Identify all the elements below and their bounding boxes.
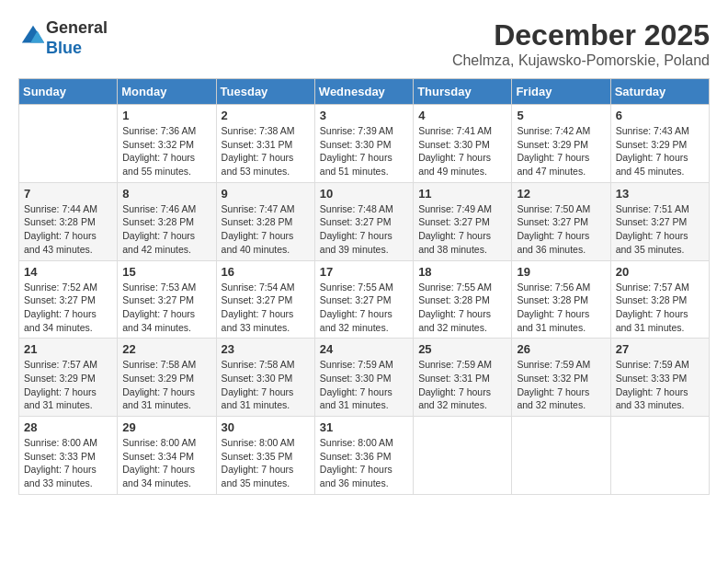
- calendar-table: SundayMondayTuesdayWednesdayThursdayFrid…: [18, 78, 710, 495]
- calendar-week-row: 7Sunrise: 7:44 AMSunset: 3:28 PMDaylight…: [19, 182, 710, 260]
- day-info: Sunrise: 7:47 AMSunset: 3:28 PMDaylight:…: [222, 203, 295, 255]
- day-number: 1: [122, 109, 210, 122]
- day-info: Sunrise: 7:44 AMSunset: 3:28 PMDaylight:…: [24, 203, 97, 255]
- day-number: 12: [517, 187, 605, 201]
- day-info: Sunrise: 7:59 AMSunset: 3:31 PMDaylight:…: [418, 359, 492, 410]
- calendar-cell: 4Sunrise: 7:41 AMSunset: 3:30 PMDaylight…: [414, 105, 512, 183]
- calendar-week-row: 14Sunrise: 7:52 AMSunset: 3:27 PMDayligh…: [19, 260, 710, 339]
- calendar-cell: 11Sunrise: 7:49 AMSunset: 3:27 PMDayligh…: [414, 182, 512, 260]
- calendar-cell: 12Sunrise: 7:50 AMSunset: 3:27 PMDayligh…: [512, 182, 610, 260]
- logo-icon: [20, 24, 46, 50]
- day-number: 27: [616, 342, 704, 356]
- calendar-cell: [414, 417, 512, 495]
- day-info: Sunrise: 7:56 AMSunset: 3:28 PMDaylight:…: [517, 282, 590, 333]
- day-info: Sunrise: 7:48 AMSunset: 3:27 PMDaylight:…: [320, 203, 393, 255]
- weekday-header-cell: Thursday: [414, 79, 512, 105]
- day-number: 7: [24, 187, 112, 201]
- calendar-week-row: 1Sunrise: 7:36 AMSunset: 3:32 PMDaylight…: [19, 105, 710, 183]
- day-number: 10: [320, 187, 408, 201]
- day-number: 5: [517, 109, 605, 122]
- calendar-cell: 20Sunrise: 7:57 AMSunset: 3:28 PMDayligh…: [610, 260, 709, 339]
- calendar-cell: 14Sunrise: 7:52 AMSunset: 3:27 PMDayligh…: [19, 260, 118, 339]
- title-block: December 2025 Chelmza, Kujawsko-Pomorski…: [452, 18, 710, 69]
- day-number: 9: [222, 187, 310, 201]
- logo-general: General: [46, 18, 108, 37]
- day-number: 20: [616, 265, 704, 279]
- day-info: Sunrise: 7:42 AMSunset: 3:29 PMDaylight:…: [517, 125, 590, 177]
- day-info: Sunrise: 7:57 AMSunset: 3:28 PMDaylight:…: [616, 282, 689, 333]
- day-info: Sunrise: 7:36 AMSunset: 3:32 PMDaylight:…: [122, 125, 196, 177]
- day-info: Sunrise: 7:52 AMSunset: 3:27 PMDaylight:…: [24, 282, 97, 333]
- weekday-header-cell: Friday: [512, 79, 610, 105]
- calendar-cell: 31Sunrise: 8:00 AMSunset: 3:36 PMDayligh…: [314, 417, 413, 495]
- day-info: Sunrise: 7:43 AMSunset: 3:29 PMDaylight:…: [616, 125, 689, 177]
- day-number: 24: [320, 342, 408, 356]
- calendar-cell: 2Sunrise: 7:38 AMSunset: 3:31 PMDaylight…: [216, 105, 314, 183]
- weekday-header-cell: Sunday: [19, 79, 118, 105]
- logo: General Blue: [18, 18, 108, 58]
- calendar-cell: 27Sunrise: 7:59 AMSunset: 3:33 PMDayligh…: [610, 339, 709, 417]
- day-number: 2: [222, 109, 310, 122]
- day-number: 4: [418, 109, 506, 122]
- calendar-week-row: 21Sunrise: 7:57 AMSunset: 3:29 PMDayligh…: [19, 339, 710, 417]
- day-info: Sunrise: 7:58 AMSunset: 3:29 PMDaylight:…: [122, 359, 196, 410]
- day-number: 16: [222, 265, 310, 279]
- day-number: 18: [418, 265, 506, 279]
- calendar-cell: 22Sunrise: 7:58 AMSunset: 3:29 PMDayligh…: [118, 339, 216, 417]
- calendar-cell: 30Sunrise: 8:00 AMSunset: 3:35 PMDayligh…: [216, 417, 314, 495]
- calendar-cell: 19Sunrise: 7:56 AMSunset: 3:28 PMDayligh…: [512, 260, 610, 339]
- calendar-week-row: 28Sunrise: 8:00 AMSunset: 3:33 PMDayligh…: [19, 417, 710, 495]
- day-info: Sunrise: 7:54 AMSunset: 3:27 PMDaylight:…: [222, 282, 295, 333]
- day-number: 15: [122, 265, 210, 279]
- day-info: Sunrise: 7:55 AMSunset: 3:28 PMDaylight:…: [418, 282, 492, 333]
- weekday-header-cell: Monday: [118, 79, 216, 105]
- day-info: Sunrise: 7:41 AMSunset: 3:30 PMDaylight:…: [418, 125, 492, 177]
- page-header: General Blue December 2025 Chelmza, Kuja…: [18, 18, 710, 69]
- calendar-cell: [610, 417, 709, 495]
- day-info: Sunrise: 7:49 AMSunset: 3:27 PMDaylight:…: [418, 203, 492, 255]
- day-number: 13: [616, 187, 704, 201]
- month-title: December 2025: [452, 18, 710, 52]
- calendar-cell: 25Sunrise: 7:59 AMSunset: 3:31 PMDayligh…: [414, 339, 512, 417]
- calendar-cell: 21Sunrise: 7:57 AMSunset: 3:29 PMDayligh…: [19, 339, 118, 417]
- calendar-body: 1Sunrise: 7:36 AMSunset: 3:32 PMDaylight…: [19, 105, 710, 495]
- day-info: Sunrise: 7:53 AMSunset: 3:27 PMDaylight:…: [122, 282, 196, 333]
- day-number: 21: [24, 342, 112, 356]
- day-number: 26: [517, 342, 605, 356]
- calendar-cell: 13Sunrise: 7:51 AMSunset: 3:27 PMDayligh…: [610, 182, 709, 260]
- calendar-cell: 8Sunrise: 7:46 AMSunset: 3:28 PMDaylight…: [118, 182, 216, 260]
- location-title: Chelmza, Kujawsko-Pomorskie, Poland: [452, 52, 710, 69]
- calendar-cell: 10Sunrise: 7:48 AMSunset: 3:27 PMDayligh…: [314, 182, 413, 260]
- calendar-cell: 26Sunrise: 7:59 AMSunset: 3:32 PMDayligh…: [512, 339, 610, 417]
- calendar-cell: 16Sunrise: 7:54 AMSunset: 3:27 PMDayligh…: [216, 260, 314, 339]
- day-info: Sunrise: 8:00 AMSunset: 3:34 PMDaylight:…: [122, 437, 196, 488]
- day-number: 14: [24, 265, 112, 279]
- day-number: 29: [122, 420, 210, 434]
- day-info: Sunrise: 7:55 AMSunset: 3:27 PMDaylight:…: [320, 282, 393, 333]
- day-number: 17: [320, 265, 408, 279]
- day-number: 25: [418, 342, 506, 356]
- day-info: Sunrise: 7:51 AMSunset: 3:27 PMDaylight:…: [616, 203, 689, 255]
- day-info: Sunrise: 7:59 AMSunset: 3:32 PMDaylight:…: [517, 359, 590, 410]
- calendar-cell: 7Sunrise: 7:44 AMSunset: 3:28 PMDaylight…: [19, 182, 118, 260]
- calendar-cell: 28Sunrise: 8:00 AMSunset: 3:33 PMDayligh…: [19, 417, 118, 495]
- day-info: Sunrise: 8:00 AMSunset: 3:36 PMDaylight:…: [320, 437, 393, 488]
- day-number: 19: [517, 265, 605, 279]
- weekday-header-cell: Tuesday: [216, 79, 314, 105]
- weekday-header-row: SundayMondayTuesdayWednesdayThursdayFrid…: [19, 79, 710, 105]
- calendar-cell: 18Sunrise: 7:55 AMSunset: 3:28 PMDayligh…: [414, 260, 512, 339]
- day-info: Sunrise: 7:38 AMSunset: 3:31 PMDaylight:…: [222, 125, 295, 177]
- calendar-cell: 3Sunrise: 7:39 AMSunset: 3:30 PMDaylight…: [314, 105, 413, 183]
- day-number: 30: [222, 420, 310, 434]
- day-number: 3: [320, 109, 408, 122]
- day-info: Sunrise: 7:59 AMSunset: 3:33 PMDaylight:…: [616, 359, 689, 410]
- day-number: 22: [122, 342, 210, 356]
- day-number: 23: [222, 342, 310, 356]
- calendar-cell: 29Sunrise: 8:00 AMSunset: 3:34 PMDayligh…: [118, 417, 216, 495]
- calendar-cell: 1Sunrise: 7:36 AMSunset: 3:32 PMDaylight…: [118, 105, 216, 183]
- day-info: Sunrise: 8:00 AMSunset: 3:33 PMDaylight:…: [24, 437, 97, 488]
- day-number: 6: [616, 109, 704, 122]
- calendar-cell: 9Sunrise: 7:47 AMSunset: 3:28 PMDaylight…: [216, 182, 314, 260]
- calendar-cell: 5Sunrise: 7:42 AMSunset: 3:29 PMDaylight…: [512, 105, 610, 183]
- day-number: 8: [122, 187, 210, 201]
